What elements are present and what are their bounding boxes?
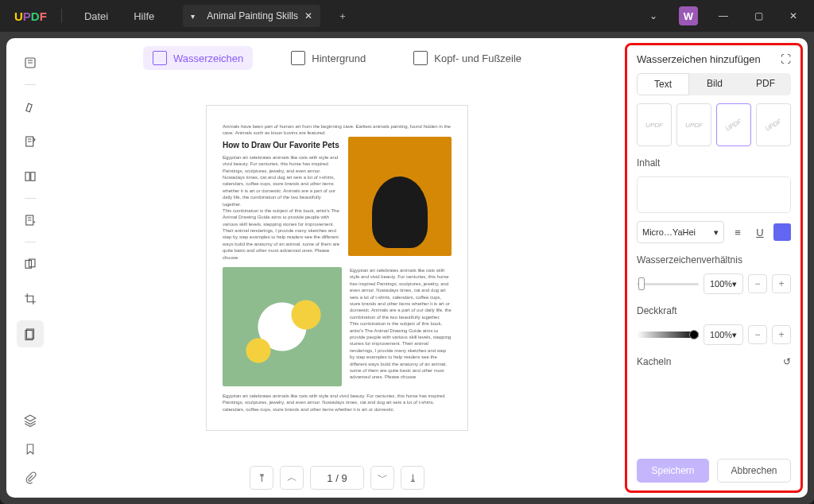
new-tab-button[interactable]: ＋ bbox=[327, 4, 359, 28]
watermark-panel: Wasserzeichen hinzufügen ⛶ Text Bild PDF… bbox=[625, 43, 803, 493]
tab-pdf[interactable]: PDF bbox=[740, 73, 791, 95]
tab-text[interactable]: Text bbox=[637, 73, 689, 95]
opacity-decrease[interactable]: − bbox=[748, 325, 767, 344]
background-icon bbox=[291, 51, 305, 65]
document-canvas: Animals have been part of human art from… bbox=[54, 78, 620, 458]
watermark-text-input[interactable] bbox=[637, 176, 791, 213]
ratio-decrease[interactable]: − bbox=[748, 274, 767, 293]
align-button[interactable]: ≡ bbox=[729, 223, 746, 241]
tool-watermark[interactable]: Wasserzeichen bbox=[143, 46, 253, 70]
header-footer-icon bbox=[413, 51, 428, 65]
tool-header-footer[interactable]: Kopf- und Fußzeile bbox=[404, 46, 531, 70]
layers-icon[interactable] bbox=[23, 413, 37, 431]
sidebar-pages-icon[interactable] bbox=[17, 163, 44, 190]
watermark-type-tabs: Text Bild PDF bbox=[637, 73, 791, 95]
page-navigator: ⤒ ︿ 1 / 9 ﹀ ⤓ bbox=[54, 458, 620, 498]
bookmark-icon[interactable] bbox=[23, 442, 37, 459]
preset-4[interactable]: UPDF bbox=[756, 103, 791, 146]
preset-2[interactable]: UPDF bbox=[676, 103, 711, 146]
page-number-input[interactable]: 1 / 9 bbox=[310, 466, 364, 490]
page-image-pug bbox=[348, 137, 452, 256]
app-logo: UPDF bbox=[0, 10, 61, 23]
user-avatar[interactable]: W bbox=[679, 6, 698, 25]
preset-1[interactable]: UPDF bbox=[637, 103, 672, 146]
tool-background[interactable]: Hintergrund bbox=[281, 46, 375, 70]
ratio-label: Wasserzeichenverhältnis bbox=[637, 254, 791, 266]
page-last[interactable]: ⤓ bbox=[401, 466, 424, 490]
attachment-icon[interactable] bbox=[23, 471, 37, 488]
watermark-presets: UPDF UPDF UPDF UPDF bbox=[637, 103, 791, 146]
watermark-icon bbox=[153, 51, 167, 65]
tab-title: Animal Painting Skills bbox=[207, 10, 298, 21]
window-minimize[interactable]: — bbox=[707, 4, 739, 28]
sidebar-watermark-icon[interactable] bbox=[17, 320, 44, 347]
document-tab[interactable]: ▾ Animal Painting Skills ✕ bbox=[183, 5, 320, 27]
preset-3[interactable]: UPDF bbox=[716, 103, 751, 146]
page-tools-toolbar: Wasserzeichen Hintergrund Kopf- und Fußz… bbox=[54, 38, 620, 78]
ratio-increase[interactable]: + bbox=[772, 274, 791, 293]
save-button[interactable]: Speichern bbox=[637, 459, 709, 483]
page-next[interactable]: ﹀ bbox=[370, 466, 394, 490]
sidebar-highlight-icon[interactable] bbox=[17, 93, 44, 120]
opacity-increase[interactable]: + bbox=[772, 325, 791, 344]
opacity-slider[interactable] bbox=[637, 331, 699, 338]
sidebar-reader-icon[interactable] bbox=[17, 49, 44, 76]
page-image-flowers bbox=[223, 267, 342, 386]
ratio-slider[interactable] bbox=[637, 283, 699, 285]
ratio-value[interactable]: 100% ▾ bbox=[704, 273, 743, 294]
svg-rect-2 bbox=[25, 173, 29, 181]
font-select[interactable]: Micro…YaHei▾ bbox=[637, 221, 724, 243]
panel-expand-icon[interactable]: ⛶ bbox=[781, 53, 791, 65]
opacity-value[interactable]: 100% ▾ bbox=[704, 324, 743, 345]
opacity-label: Deckkraft bbox=[637, 305, 791, 316]
tab-close-icon[interactable]: ✕ bbox=[304, 10, 312, 21]
content-label: Inhalt bbox=[637, 157, 791, 169]
tab-image[interactable]: Bild bbox=[689, 73, 740, 95]
menu-help[interactable]: Hilfe bbox=[121, 10, 167, 22]
page-first[interactable]: ⤒ bbox=[250, 466, 273, 490]
sidebar-crop-icon[interactable] bbox=[17, 285, 44, 312]
panel-title: Wasserzeichen hinzufügen bbox=[637, 53, 761, 65]
tile-label: Kacheln bbox=[637, 356, 671, 367]
cancel-button[interactable]: Abbrechen bbox=[717, 459, 791, 483]
window-close[interactable]: ✕ bbox=[777, 4, 809, 28]
menu-file[interactable]: Datei bbox=[72, 10, 121, 22]
sidebar-edit-icon[interactable] bbox=[17, 128, 44, 155]
tile-reset-icon[interactable]: ↺ bbox=[783, 356, 791, 367]
svg-rect-3 bbox=[31, 173, 35, 181]
chevron-down-icon[interactable]: ⌄ bbox=[638, 4, 669, 28]
page-heading: How to Draw Our Favorite Pets bbox=[223, 140, 340, 151]
sidebar-form-icon[interactable] bbox=[17, 207, 44, 234]
underline-button[interactable]: U bbox=[751, 223, 769, 241]
window-maximize[interactable]: ▢ bbox=[742, 4, 774, 28]
tab-dropdown-icon[interactable]: ▾ bbox=[191, 12, 200, 21]
document-page: Animals have been part of human art from… bbox=[206, 105, 468, 431]
page-prev[interactable]: ︿ bbox=[280, 466, 304, 490]
text-color-button[interactable] bbox=[773, 223, 791, 241]
sidebar bbox=[6, 38, 54, 498]
sidebar-organize-icon[interactable] bbox=[17, 250, 44, 277]
